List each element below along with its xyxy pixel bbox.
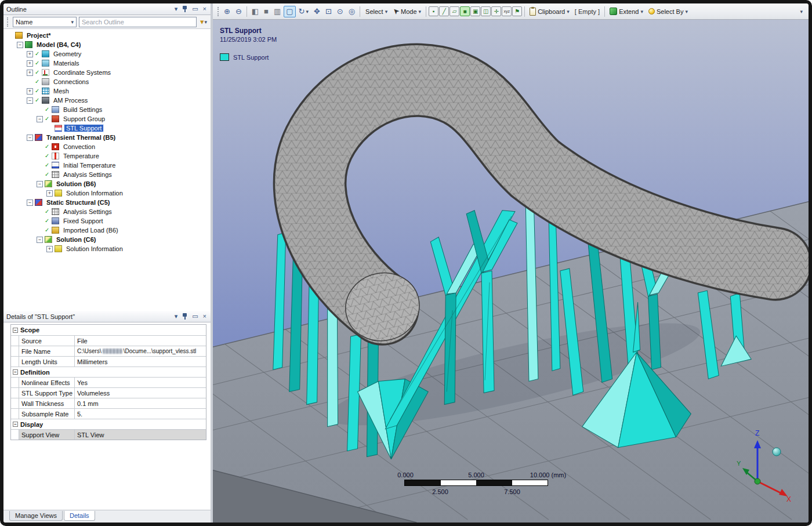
tree-item-solution-information-b6[interactable]: +Solution Information bbox=[3, 188, 211, 198]
viewport-3d[interactable]: STL Support 11/25/2019 3:02 PM STL Suppo… bbox=[213, 20, 809, 523]
expand-icon[interactable]: + bbox=[46, 246, 53, 252]
collapse-icon[interactable]: − bbox=[13, 369, 18, 375]
search-input[interactable] bbox=[79, 17, 197, 27]
collapse-icon[interactable]: − bbox=[37, 237, 43, 243]
tree-item-fixed-support[interactable]: ✓Fixed Support bbox=[3, 216, 211, 226]
expand-icon[interactable]: + bbox=[27, 60, 33, 67]
select-by-dropdown[interactable]: Select By▾ bbox=[646, 6, 690, 17]
toolbar-grip[interactable] bbox=[7, 17, 9, 27]
tree-item-connections[interactable]: ✓Connections bbox=[3, 77, 211, 86]
tree-item-temperature[interactable]: ✓Temperature bbox=[3, 151, 211, 161]
tree-item-project[interactable]: Project* bbox=[3, 31, 211, 40]
filter-body-button[interactable]: ■ bbox=[460, 6, 470, 16]
tree-item-convection[interactable]: ✓Convection bbox=[3, 142, 211, 151]
tree-item-solution-b6[interactable]: −Solution (B6) bbox=[3, 179, 211, 188]
collapse-icon[interactable]: − bbox=[37, 181, 43, 187]
iso-ball-icon[interactable] bbox=[773, 448, 781, 456]
orientation-triad[interactable]: Z X Y bbox=[723, 426, 792, 502]
tab-details[interactable]: Details bbox=[64, 511, 95, 521]
tab-manage-views[interactable]: Manage Views bbox=[9, 511, 63, 521]
xyz-button[interactable]: xyz bbox=[502, 6, 512, 16]
fixed-support-icon bbox=[52, 217, 59, 224]
tree-item-mesh[interactable]: +✓Mesh bbox=[3, 86, 211, 96]
toolbar-overflow-button[interactable]: ▾ bbox=[798, 6, 805, 17]
tree-item-transient-thermal[interactable]: −Transient Thermal (B5) bbox=[3, 133, 211, 142]
expand-icon[interactable]: + bbox=[27, 70, 33, 76]
name-filter-dropdown[interactable]: Name▾ bbox=[13, 17, 77, 27]
search-options-button[interactable]: ▾▾ bbox=[199, 18, 208, 26]
filter-misc-button[interactable]: ✛ bbox=[491, 6, 501, 16]
tree-item-coordinate-systems[interactable]: +✓Coordinate Systems bbox=[3, 68, 211, 77]
tree-label: Coordinate Systems bbox=[52, 69, 113, 76]
tree-item-solution-c6[interactable]: −Solution (C6) bbox=[3, 235, 211, 244]
detail-value-nonlinear-effects[interactable]: Yes bbox=[75, 377, 206, 387]
zoom-fit-button[interactable]: ⊙ bbox=[335, 6, 346, 17]
panel-menu-icon[interactable]: ▾ bbox=[173, 313, 179, 320]
expand-icon[interactable]: + bbox=[46, 190, 53, 197]
collapse-icon[interactable]: − bbox=[27, 199, 33, 206]
viewport-3d-scene[interactable] bbox=[213, 20, 809, 523]
zoom-in-button[interactable]: ⊕ bbox=[222, 6, 233, 17]
tree-item-build-settings[interactable]: ✓Build Settings bbox=[3, 105, 211, 114]
detail-value-source[interactable]: File bbox=[75, 335, 206, 346]
collapse-icon[interactable]: − bbox=[17, 42, 23, 48]
box-zoom-button[interactable]: ⊡ bbox=[323, 6, 334, 17]
main-toolbar: ⊕ ⊖ ◧ ■ ▥ ▢ ↻▾ ✥ ⊡ ⊙ ◎ Select▾ ➤Mode▾ ▪ … bbox=[213, 3, 809, 20]
tree-item-materials[interactable]: +✓Materials bbox=[3, 59, 211, 68]
pin-icon[interactable] bbox=[181, 6, 188, 12]
float-window-icon[interactable]: ▭ bbox=[191, 6, 199, 12]
detail-value-length-units[interactable]: Millimeters bbox=[75, 356, 206, 367]
flag-button[interactable]: ⚑ bbox=[512, 6, 522, 16]
collapse-icon[interactable]: − bbox=[27, 135, 33, 141]
zoom-all-button[interactable]: ◎ bbox=[346, 6, 357, 17]
tree-item-am-process[interactable]: −✓AM Process bbox=[3, 96, 211, 105]
extend-dropdown[interactable]: Extend▾ bbox=[607, 6, 646, 17]
tree-item-imported-load[interactable]: ✓Imported Load (B6) bbox=[3, 226, 211, 235]
tree-item-static-structural[interactable]: −Static Structural (C5) bbox=[3, 198, 211, 207]
wireframe-view-button[interactable]: ▥ bbox=[271, 6, 283, 17]
tree-item-geometry[interactable]: +✓Geometry bbox=[3, 49, 211, 59]
float-window-icon[interactable]: ▭ bbox=[191, 313, 199, 320]
panel-menu-icon[interactable]: ▾ bbox=[173, 6, 179, 12]
detail-value-subsample-rate[interactable]: 5. bbox=[75, 408, 206, 419]
tree-item-support-group[interactable]: −✓Support Group bbox=[3, 114, 211, 124]
filter-vertex-button[interactable]: ▪ bbox=[429, 6, 438, 16]
clipboard-dropdown[interactable]: Clipboard▾ bbox=[527, 6, 572, 17]
select-dropdown[interactable]: Select▾ bbox=[362, 6, 390, 17]
solution-icon bbox=[45, 236, 52, 243]
close-icon[interactable]: × bbox=[202, 313, 208, 320]
expand-icon[interactable]: + bbox=[27, 51, 33, 57]
tree-item-model[interactable]: −Model (B4, C4) bbox=[3, 40, 211, 49]
tree-item-solution-information-c6[interactable]: +Solution Information bbox=[3, 244, 211, 253]
toolbar-grip[interactable] bbox=[217, 7, 220, 16]
detail-value-stl-support-type[interactable]: Volumeless bbox=[75, 387, 206, 398]
iso-view-button[interactable]: ◧ bbox=[249, 6, 261, 17]
shaded-view-button[interactable]: ■ bbox=[262, 6, 271, 17]
check-icon: ✓ bbox=[35, 60, 41, 66]
detail-value-wall-thickness[interactable]: 0.1 mm bbox=[75, 398, 206, 408]
close-icon[interactable]: × bbox=[202, 6, 208, 12]
tree-label: STL Support bbox=[64, 125, 103, 132]
filter-face-button[interactable]: ▱ bbox=[449, 6, 459, 16]
tree-item-analysis-settings-structural[interactable]: ✓Analysis Settings bbox=[3, 207, 211, 216]
pin-icon[interactable] bbox=[181, 313, 188, 320]
collapse-icon[interactable]: − bbox=[13, 328, 18, 333]
expand-icon[interactable]: + bbox=[27, 88, 33, 95]
mode-dropdown[interactable]: ➤Mode▾ bbox=[390, 6, 423, 17]
box-select-button[interactable]: ▢ bbox=[284, 6, 295, 17]
detail-label: Nonlinear Effects bbox=[19, 377, 75, 387]
zoom-out-button[interactable]: ⊖ bbox=[233, 6, 244, 17]
filter-edge-button[interactable]: ╱ bbox=[439, 6, 449, 16]
tree-item-initial-temperature[interactable]: ✓Initial Temperature bbox=[3, 161, 211, 170]
filter-select-button[interactable]: ▣ bbox=[470, 6, 480, 16]
filter-extend-button[interactable]: ◫ bbox=[481, 6, 491, 16]
detail-value-file-name[interactable]: C:\Users\\Docume...\support_vless.stl bbox=[75, 346, 206, 356]
tree-item-stl-support[interactable]: STL Support bbox=[3, 124, 211, 133]
tree-item-analysis-settings-thermal[interactable]: ✓Analysis Settings bbox=[3, 170, 211, 179]
rotate-button[interactable]: ↻▾ bbox=[296, 6, 311, 17]
pan-button[interactable]: ✥ bbox=[311, 6, 322, 17]
collapse-icon[interactable]: − bbox=[13, 422, 18, 427]
detail-value-support-view[interactable]: STL View bbox=[75, 429, 206, 440]
collapse-icon[interactable]: − bbox=[27, 97, 33, 104]
collapse-icon[interactable]: − bbox=[37, 116, 43, 122]
